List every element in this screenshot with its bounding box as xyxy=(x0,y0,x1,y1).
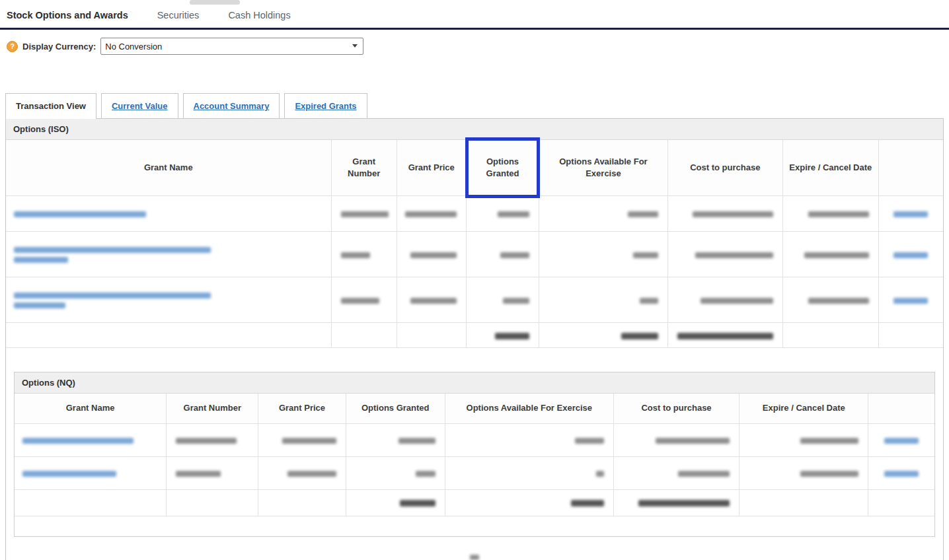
table-row xyxy=(6,196,943,232)
redacted-text xyxy=(405,211,457,217)
redacted-text xyxy=(656,438,730,444)
redacted-text xyxy=(633,252,658,258)
tab-expired-grants[interactable]: Expired Grants xyxy=(284,93,367,119)
redacted-exercise-link[interactable] xyxy=(884,471,919,477)
col-grant-price: Grant Price xyxy=(397,140,466,196)
nq-panel: Options (NQ) Grant NameGrant NumberGrant… xyxy=(14,372,935,536)
iso_table-head-row: Grant NameGrant NumberGrant PriceOptions… xyxy=(6,140,943,196)
tab-transaction-view[interactable]: Transaction View xyxy=(5,93,96,119)
redacted-text xyxy=(287,471,336,477)
col-options-available-for-exercise: Options Available For Exercise xyxy=(445,394,613,423)
redacted-text xyxy=(804,252,869,258)
nq_table-body xyxy=(15,423,934,516)
col-action xyxy=(868,394,934,423)
tab-cash-holdings[interactable]: Cash Holdings xyxy=(228,10,290,20)
iso_table-body xyxy=(6,196,943,348)
redacted-text xyxy=(503,298,529,304)
iso-table: Grant NameGrant NumberGrant PriceOptions… xyxy=(6,140,943,348)
nq-table: Grant NameGrant NumberGrant PriceOptions… xyxy=(15,394,934,516)
redacted-text xyxy=(410,298,457,304)
redacted-text xyxy=(693,211,773,217)
section-title-options-iso: Options (ISO) xyxy=(6,119,943,140)
top-artifact xyxy=(190,0,240,5)
col-grant-number: Grant Number xyxy=(331,140,397,196)
redacted-text xyxy=(808,211,869,217)
redacted-exercise-link[interactable] xyxy=(893,252,928,258)
redacted-text xyxy=(678,471,730,477)
nq_table-head-row: Grant NameGrant NumberGrant PriceOptions… xyxy=(15,394,934,423)
content-panel: Options (ISO) Grant NameGrant NumberGran… xyxy=(5,118,944,560)
redacted-text xyxy=(282,438,336,444)
redacted-grant-name-link[interactable] xyxy=(14,293,211,298)
highlight-rectangle xyxy=(465,137,541,198)
redacted-total xyxy=(621,333,658,339)
redacted-text xyxy=(176,438,237,444)
section-title-options-nq: Options (NQ) xyxy=(15,372,934,394)
redacted-text xyxy=(341,211,389,217)
col-expire-cancel-date: Expire / Cancel Date xyxy=(740,394,868,423)
redacted-text xyxy=(575,438,604,444)
table-row xyxy=(15,423,934,456)
col-grant-price: Grant Price xyxy=(258,394,346,423)
redacted-grant-name-link[interactable] xyxy=(14,257,68,263)
table-row xyxy=(6,232,943,277)
redacted-text xyxy=(695,252,773,258)
redacted-exercise-link[interactable] xyxy=(884,438,919,444)
display-currency-label: Display Currency: xyxy=(22,42,96,52)
totals-row xyxy=(6,323,943,348)
redacted-grant-name-link[interactable] xyxy=(22,438,133,444)
question-mark-help-icon[interactable]: ? xyxy=(7,41,18,52)
pagination-redacted[interactable] xyxy=(470,555,479,560)
table-row xyxy=(15,456,934,489)
currency-bar: ? Display Currency: No Conversion xyxy=(7,38,949,55)
redacted-text xyxy=(800,438,858,444)
redacted-total xyxy=(571,500,604,507)
redacted-text xyxy=(500,252,529,258)
tab-account-summary[interactable]: Account Summary xyxy=(183,93,280,119)
redacted-text xyxy=(341,298,379,304)
view-tabs: Transaction View Current Value Account S… xyxy=(5,93,949,119)
redacted-total xyxy=(677,333,773,339)
pagination-area xyxy=(6,551,943,560)
table-row xyxy=(6,277,943,323)
redacted-grant-name-link[interactable] xyxy=(14,247,211,253)
redacted-text xyxy=(498,211,529,217)
redacted-grant-name-link[interactable] xyxy=(14,211,146,217)
col-grant-name: Grant Name xyxy=(15,394,167,423)
redacted-total xyxy=(495,333,529,339)
redacted-text xyxy=(176,471,221,477)
display-currency-select[interactable]: No Conversion xyxy=(100,38,363,55)
redacted-total xyxy=(638,500,730,507)
redacted-total xyxy=(400,500,436,507)
redacted-exercise-link[interactable] xyxy=(893,211,928,217)
col-action xyxy=(878,140,943,196)
redacted-text xyxy=(800,471,858,477)
redacted-text xyxy=(410,252,457,258)
redacted-text xyxy=(596,471,604,477)
tab-current-value[interactable]: Current Value xyxy=(101,93,178,119)
display-currency-select-wrap: No Conversion xyxy=(100,38,363,55)
redacted-text xyxy=(640,298,658,304)
col-grant-number: Grant Number xyxy=(167,394,258,423)
redacted-grant-name-link[interactable] xyxy=(14,302,65,308)
col-cost-to-purchase: Cost to purchase xyxy=(613,394,740,423)
redacted-text xyxy=(628,211,658,217)
col-grant-name: Grant Name xyxy=(6,140,331,196)
col-options-granted: Options Granted xyxy=(466,140,539,196)
col-options-available-for-exercise: Options Available For Exercise xyxy=(539,140,667,196)
totals-row xyxy=(15,489,934,516)
redacted-grant-name-link[interactable] xyxy=(22,471,116,477)
redacted-exercise-link[interactable] xyxy=(893,298,928,304)
col-cost-to-purchase: Cost to purchase xyxy=(667,140,782,196)
top-nav: Stock Options and Awards Securities Cash… xyxy=(0,0,949,28)
redacted-text xyxy=(399,438,436,444)
redacted-text xyxy=(416,471,436,477)
section-gap xyxy=(6,348,943,372)
redacted-text xyxy=(701,298,773,304)
redacted-text xyxy=(341,252,370,258)
tab-stock-options-and-awards[interactable]: Stock Options and Awards xyxy=(7,10,128,20)
tab-securities[interactable]: Securities xyxy=(157,10,200,20)
col-expire-cancel-date: Expire / Cancel Date xyxy=(782,140,878,196)
redacted-text xyxy=(808,298,869,304)
nav-underline xyxy=(0,28,949,30)
